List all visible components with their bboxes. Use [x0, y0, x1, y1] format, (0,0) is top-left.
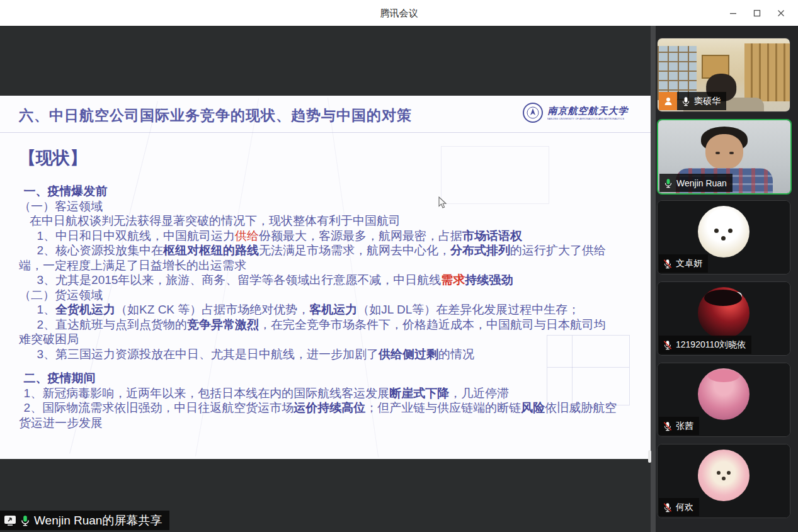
screen-share-label: Wenjin Ruan的屏幕共享	[34, 512, 162, 529]
participant-name: 文卓妍	[676, 258, 702, 269]
name-plate: 何欢	[659, 498, 699, 516]
screen-share-icon	[4, 515, 16, 526]
titlebar: 腾讯会议	[0, 0, 798, 26]
minimize-button[interactable]	[721, 4, 745, 23]
slide-line: 1、新冠病毒影响，近两年以来，包括日本线在内的国际航线客运发展断崖式下降，几近停…	[19, 386, 617, 401]
tencent-meeting-window: 腾讯会议 六、中日航空公司国际业务竞争的现状、趋势与中国的对策	[0, 0, 798, 532]
participant-tile-4[interactable]: 121920110刘晓依	[657, 281, 790, 356]
name-plate: Wenjin Ruan	[659, 174, 732, 192]
slide-line: 一、疫情爆发前	[19, 184, 617, 199]
slide-line: 3、尤其是2015年以来，旅游、商务、留学等各领域出行意愿不减，中日航线需求持续…	[19, 273, 617, 288]
maximize-button[interactable]	[745, 4, 769, 23]
sidebar-collapse-handle[interactable]	[648, 450, 651, 463]
participant-tile-1[interactable]: 窦硕华	[657, 38, 790, 112]
slide-title-row: 六、中日航空公司国际业务竞争的现状、趋势与中国的对策 南京航空航天大学 NANJ…	[0, 96, 651, 133]
name-plate: 窦硕华	[659, 92, 726, 110]
window-title: 腾讯会议	[0, 0, 798, 26]
mouse-cursor	[438, 196, 448, 209]
presentation-slide: 六、中日航空公司国际业务竞争的现状、趋势与中国的对策 南京航空航天大学 NANJ…	[0, 96, 651, 459]
shared-screen-stage: 六、中日航空公司国际业务竞争的现状、趋势与中国的对策 南京航空航天大学 NANJ…	[0, 26, 651, 532]
maximize-icon	[753, 9, 761, 17]
slide-title: 六、中日航空公司国际业务竞争的现状、趋势与中国的对策	[19, 106, 412, 125]
participant-name: 张茜	[676, 421, 693, 432]
avatar	[698, 287, 750, 339]
slide-line: （一）客运领域	[19, 199, 617, 214]
presenter-badge	[659, 92, 677, 110]
avatar	[698, 450, 750, 501]
person-icon	[663, 96, 673, 106]
avatar	[698, 206, 750, 258]
slide-line: 2、核心资源投放集中在枢纽对枢纽的路线无法满足市场需求，航网去中心化，分布式排列…	[19, 243, 617, 273]
participant-tile-5[interactable]: 张茜	[657, 363, 790, 437]
minimize-icon	[729, 9, 737, 17]
slide-line: 1、中日和日中双航线，中国航司运力供给份额最大，客源最多，航网最密，占据市场话语…	[19, 229, 617, 244]
university-name-en: NANJING UNIVERSITY OF AERONAUTICS AND AS…	[547, 117, 624, 120]
screen-share-badge: Wenjin Ruan的屏幕共享	[0, 511, 169, 530]
university-logo: 南京航空航天大学 NANJING UNIVERSITY OF AERONAUTI…	[522, 102, 633, 123]
slide-line: 2、直达航班与点到点货物的竞争异常激烈，在完全竞争市场条件下，价格趋近成本，中国…	[19, 317, 617, 347]
university-name-cn: 南京航空航天大学	[547, 105, 628, 117]
mic-icon	[663, 421, 672, 431]
participant-name: 何欢	[676, 502, 693, 513]
mic-icon	[664, 178, 673, 188]
mic-icon	[681, 96, 690, 106]
participant-name: Wenjin Ruan	[676, 178, 727, 188]
slide-line: 二、疫情期间	[19, 371, 617, 386]
slide-line: 在中日航权谈判无法获得显著突破的情况下，现状整体有利于中国航司	[19, 213, 617, 229]
participant-name: 121920110刘晓依	[676, 339, 746, 351]
window-controls	[721, 0, 793, 26]
university-emblem-icon	[522, 102, 544, 123]
slide-line: （二）货运领域	[19, 288, 617, 303]
participant-tile-3[interactable]: 文卓妍	[657, 200, 790, 274]
avatar	[698, 368, 750, 420]
slide-line: 3、第三国运力资源投放在中日、尤其是日中航线，进一步加剧了供给侧过剩的情况	[19, 347, 617, 362]
sidebar-divider	[651, 26, 656, 532]
close-icon	[777, 9, 785, 17]
name-plate: 文卓妍	[659, 254, 708, 273]
participant-tile-2[interactable]: Wenjin Ruan	[657, 119, 792, 195]
slide-line: 2、国际物流需求依旧强劲，中日往返航空货运市场运价持续高位；但产业链与供应链端的…	[19, 400, 617, 430]
close-button[interactable]	[769, 4, 793, 23]
participant-tile-6[interactable]: 何欢	[657, 444, 790, 518]
name-plate: 张茜	[659, 417, 699, 435]
slide-heading: 【现状】	[19, 149, 617, 167]
mic-icon	[663, 502, 672, 512]
mic-icon	[663, 340, 672, 350]
mic-on-icon	[20, 515, 30, 526]
slide-body: 【现状】一、疫情爆发前（一）客运领域在中日航权谈判无法获得显著突破的情况下，现状…	[19, 132, 617, 430]
participant-name: 窦硕华	[694, 96, 721, 107]
name-plate: 121920110刘晓依	[659, 336, 751, 354]
slide-line: 1、全货机运力（如KZ CK 等）占据市场绝对优势，客机运力（如JL DL等）在…	[19, 302, 617, 317]
participants-sidebar: 窦硕华	[651, 26, 798, 532]
mic-icon	[663, 259, 672, 269]
